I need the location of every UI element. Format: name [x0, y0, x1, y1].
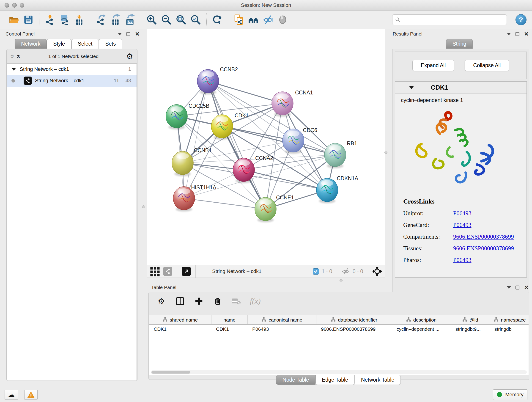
- crosslink-link-tissues[interactable]: 9606.ENSP00000378699: [453, 245, 514, 252]
- cloud-status-button[interactable]: ☁: [5, 390, 18, 400]
- edge-CCNB2-CCNE1[interactable]: [208, 81, 266, 209]
- edge-HIST1H1A-CCNE1[interactable]: [184, 198, 266, 209]
- zoom-out-button[interactable]: [159, 13, 174, 27]
- panel-float-icon[interactable]: [515, 286, 519, 289]
- panel-close-icon[interactable]: ✕: [135, 31, 140, 37]
- expand-all-button[interactable]: Expand All: [412, 60, 454, 71]
- network-node-CDKN1A[interactable]: CDKN1A: [317, 175, 358, 203]
- collapse-all-button[interactable]: Collapse All: [465, 60, 509, 71]
- import-network-file-button[interactable]: [43, 13, 57, 27]
- clone-network-button[interactable]: [231, 13, 246, 27]
- search-input[interactable]: [402, 17, 504, 22]
- panel-close-icon[interactable]: ✕: [524, 31, 529, 37]
- column-header-shared-name[interactable]: shared name: [149, 315, 211, 324]
- column-header-description[interactable]: description: [392, 315, 451, 324]
- minimize-window-button[interactable]: [12, 3, 17, 7]
- help-button[interactable]: ?: [515, 14, 526, 25]
- cell-id[interactable]: stringdb:9...: [451, 325, 490, 334]
- zoom-in-button[interactable]: [144, 13, 159, 27]
- zoom-selected-button[interactable]: [188, 13, 203, 27]
- string-network-graph[interactable]: CCNB2CCNA1CDC25BCDK1CDC6RB1CCNB1CCNA2CDK…: [147, 29, 385, 265]
- birdseye-grid-button[interactable]: [150, 266, 160, 277]
- tab-network[interactable]: Network: [15, 39, 47, 49]
- network-options-gear-icon[interactable]: ⚙: [126, 52, 133, 60]
- column-header-database-identifier[interactable]: database identifier: [317, 315, 392, 324]
- column-header-namespace[interactable]: namespace: [490, 315, 529, 324]
- import-network-database-button[interactable]: [57, 13, 72, 27]
- panel-close-icon[interactable]: ✕: [524, 285, 529, 290]
- save-session-button[interactable]: [21, 13, 36, 27]
- show-column-button[interactable]: [175, 296, 185, 306]
- import-table-file-button[interactable]: [72, 13, 87, 27]
- edge-CCNA2-CDKN1A[interactable]: [244, 170, 327, 190]
- create-column-button[interactable]: [194, 296, 204, 306]
- warnings-button[interactable]: [24, 390, 38, 400]
- panel-float-icon[interactable]: [127, 32, 130, 36]
- entry-header[interactable]: CDK1: [395, 82, 526, 94]
- expand-all-networks-icon[interactable]: «: [15, 55, 22, 58]
- search-field[interactable]: [392, 14, 507, 25]
- network-collection-row[interactable]: String Network – cdk1 1: [7, 64, 137, 75]
- network-node-HIST1H1A[interactable]: HIST1H1A: [173, 185, 216, 211]
- cell-shared-name[interactable]: CDK1: [149, 325, 211, 334]
- open-session-button[interactable]: [6, 13, 21, 27]
- tab-network-table[interactable]: Network Table: [355, 375, 401, 385]
- crosslink-link-pharos[interactable]: P06493: [453, 257, 471, 264]
- column-header-id[interactable]: @id: [451, 315, 490, 324]
- tab-select[interactable]: Select: [71, 39, 99, 49]
- cell-description[interactable]: cyclin–dependent ...: [392, 325, 451, 334]
- cell-canonical-name[interactable]: P06493: [248, 325, 317, 334]
- hide-selected-button[interactable]: [261, 13, 275, 27]
- crosshair-icon[interactable]: [373, 267, 382, 276]
- delete-column-button[interactable]: [212, 296, 223, 306]
- edge-CCNB2-HIST1H1A[interactable]: [184, 81, 208, 198]
- crosslink-link-compartments[interactable]: 9606.ENSP00000378699: [453, 233, 514, 240]
- tab-sets[interactable]: Sets: [99, 39, 122, 49]
- collection-expand-icon[interactable]: [12, 68, 16, 70]
- network-node-CDC6[interactable]: CDC6: [283, 127, 317, 154]
- scrollbar-thumb[interactable]: [152, 371, 190, 374]
- tab-node-table[interactable]: Node Table: [276, 375, 316, 385]
- network-node-CCNB2[interactable]: CCNB2: [197, 66, 238, 95]
- table-row[interactable]: CDK1CDK1P064939606.ENSP00000378699cyclin…: [149, 325, 529, 334]
- tab-string[interactable]: String: [446, 39, 473, 49]
- network-node-CCNE1[interactable]: CCNE1: [255, 195, 294, 222]
- show-all-button[interactable]: [275, 13, 290, 27]
- panel-menu-icon[interactable]: [507, 33, 511, 35]
- panel-menu-icon[interactable]: [118, 33, 122, 35]
- export-table-button[interactable]: [108, 13, 123, 27]
- refresh-view-button[interactable]: [210, 13, 225, 27]
- cell-namespace[interactable]: stringdb: [490, 325, 529, 334]
- network-canvas[interactable]: CCNB2CCNA1CDC25BCDK1CDC6RB1CCNB1CCNA2CDK…: [147, 29, 385, 265]
- tab-style[interactable]: Style: [47, 39, 71, 49]
- column-header-name[interactable]: name: [211, 315, 248, 324]
- panel-menu-icon[interactable]: [507, 286, 511, 289]
- left-splitter-handle[interactable]: [142, 205, 145, 208]
- export-network-button[interactable]: [94, 13, 108, 27]
- export-image-button[interactable]: [123, 13, 138, 27]
- crosslink-link-genecard[interactable]: P06493: [453, 222, 471, 229]
- entry-collapse-icon[interactable]: [409, 86, 414, 89]
- zoom-window-button[interactable]: [20, 3, 24, 7]
- tab-edge-table[interactable]: Edge Table: [316, 375, 355, 385]
- select-first-neighbors-button[interactable]: [246, 13, 261, 27]
- open-in-window-button[interactable]: [182, 267, 191, 276]
- fit-content-button[interactable]: [174, 13, 188, 27]
- string-style-button[interactable]: [163, 267, 172, 276]
- cell-name[interactable]: CDK1: [211, 325, 248, 334]
- column-header-canonical-name[interactable]: canonical name: [248, 315, 317, 324]
- cell-database-identifier[interactable]: 9606.ENSP00000378699: [317, 325, 392, 334]
- panel-float-icon[interactable]: [515, 32, 519, 36]
- close-window-button[interactable]: [5, 3, 9, 7]
- crosslink-link-uniprot[interactable]: P06493: [453, 210, 471, 217]
- horizontal-splitter-handle[interactable]: [340, 279, 342, 282]
- edge-CCNB2-CCNA1[interactable]: [208, 81, 283, 103]
- memory-button[interactable]: Memory: [493, 389, 527, 400]
- network-node-RB1[interactable]: RB1: [324, 140, 357, 168]
- network-node-CDC25B[interactable]: CDC25B: [166, 103, 209, 129]
- network-row-selected[interactable]: String Network – cdk1 11 48: [7, 75, 137, 87]
- table-options-gear-icon[interactable]: ⚙: [156, 296, 167, 306]
- node-table[interactable]: shared namenamecanonical namedatabase id…: [149, 315, 529, 375]
- selected-checkbox[interactable]: [313, 268, 319, 274]
- horizontal-scrollbar[interactable]: [151, 370, 527, 374]
